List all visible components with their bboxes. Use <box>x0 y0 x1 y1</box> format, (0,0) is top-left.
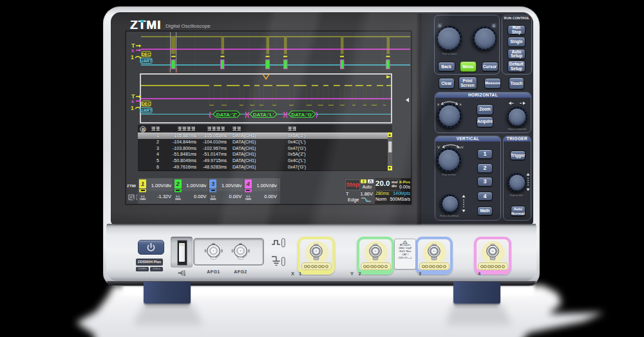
svg-text:DEC: DEC <box>142 52 151 57</box>
svg-text:UART: UART <box>140 59 152 63</box>
svg-text:UART: UART <box>140 108 152 113</box>
svg-text:s: s <box>437 102 439 106</box>
svg-text:s: s <box>460 102 462 106</box>
svg-text:DATA:'L': DATA:'L' <box>253 112 274 118</box>
svg-text:s: s <box>131 99 134 104</box>
svg-text:}{: }{ <box>283 111 289 118</box>
svg-text:1: 1 <box>131 54 134 60</box>
svg-text:DATA:'G': DATA:'G' <box>291 112 313 118</box>
svg-text:B: B <box>142 127 145 131</box>
svg-text:}: } <box>316 111 318 118</box>
svg-text:V: V <box>437 145 440 149</box>
svg-text:s: s <box>131 48 134 53</box>
svg-text:DEC: DEC <box>142 102 151 106</box>
svg-text:{: { <box>209 111 211 118</box>
svg-text:mV: mV <box>459 145 464 149</box>
svg-text:1: 1 <box>131 105 134 111</box>
svg-text:}{: }{ <box>245 111 250 118</box>
svg-text:DATA:'Z': DATA:'Z' <box>216 112 237 118</box>
